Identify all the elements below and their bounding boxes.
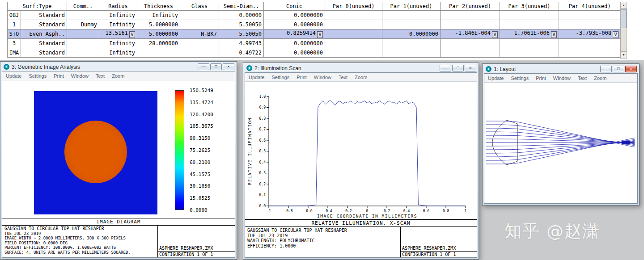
cell-semi[interactable]: 4.99743 [219, 39, 264, 48]
cell-par2[interactable]: -1.846E-004V [441, 29, 500, 39]
cell-thickness[interactable]: - [137, 48, 180, 58]
close-button[interactable]: × [625, 66, 637, 72]
cell-par4[interactable] [559, 11, 621, 20]
cell-conic[interactable]: 0.0000000 [264, 20, 325, 29]
menu-settings[interactable]: Settings [25, 72, 50, 80]
menu-text[interactable]: Text [574, 75, 590, 82]
cell-semi[interactable]: 0.00000 [219, 11, 264, 20]
cell-par4[interactable] [559, 39, 621, 48]
row-label[interactable]: OBJ [8, 11, 21, 20]
cell-par0[interactable] [325, 11, 382, 20]
menu-text[interactable]: Text [92, 72, 108, 80]
lde-vertical-scrollbar[interactable]: ▲ ▼ [620, 2, 627, 59]
scroll-thumb[interactable] [621, 9, 627, 28]
cell-glass[interactable] [180, 11, 219, 20]
cell-semi[interactable]: 5.50050 [219, 29, 264, 39]
row-label[interactable]: IMA [8, 48, 21, 58]
cell-par3[interactable] [500, 48, 559, 58]
cell-thickness[interactable]: 5.0000000 [137, 20, 180, 29]
menu-update[interactable]: Update [484, 75, 507, 82]
menu-window[interactable]: Window [68, 72, 92, 80]
menu-zoom[interactable]: Zoom [351, 74, 371, 81]
close-button[interactable]: × [465, 65, 476, 71]
menu-update[interactable]: Update [245, 74, 268, 81]
row-label[interactable]: STO [8, 29, 21, 39]
titlebar[interactable]: 3: Geometric Image Analysis — □ × [2, 62, 235, 71]
menu-zoom[interactable]: Zoom [590, 75, 610, 82]
variable-solve-flag[interactable]: V [492, 31, 498, 38]
cell-par4[interactable]: -3.793E-008V [559, 29, 621, 39]
cell-type[interactable]: Standard [21, 11, 67, 20]
cell-par1[interactable] [382, 48, 441, 58]
menu-print[interactable]: Print [293, 74, 310, 81]
cell-conic[interactable]: 0.0000000 [264, 48, 325, 58]
scroll-up-button[interactable]: ▲ [621, 2, 627, 9]
cell-par0[interactable] [325, 39, 382, 48]
cell-par1[interactable] [382, 20, 441, 29]
cell-glass[interactable] [180, 20, 219, 29]
cell-comm[interactable] [67, 39, 99, 48]
menu-window[interactable]: Window [550, 75, 574, 82]
cell-glass[interactable]: N-BK7 [180, 29, 219, 39]
titlebar[interactable]: 2: Illumination Scan — □ × [245, 63, 477, 72]
cell-par4[interactable] [559, 48, 621, 58]
maximize-button[interactable]: □ [452, 65, 464, 71]
cell-conic[interactable]: 0.0000000 [264, 11, 325, 20]
cell-thickness[interactable]: Infinity [137, 11, 180, 20]
cell-comm[interactable] [67, 29, 99, 39]
cell-comm[interactable] [67, 48, 99, 58]
cell-par3[interactable] [500, 11, 559, 20]
cell-glass[interactable] [180, 39, 219, 48]
cell-type[interactable]: Standard [21, 48, 67, 58]
cell-par0[interactable] [325, 29, 382, 39]
scroll-down-button[interactable]: ▼ [621, 51, 627, 58]
cell-par0[interactable] [325, 20, 382, 29]
cell-par2[interactable] [441, 39, 500, 48]
cell-par3[interactable]: 1.7061E-006V [500, 29, 559, 39]
maximize-button[interactable]: □ [210, 63, 222, 70]
menu-zoom[interactable]: Zoom [108, 72, 128, 80]
cell-conic[interactable]: 0.8259414V [264, 29, 325, 39]
cell-radius[interactable]: 13.5161V [99, 29, 137, 39]
row-label[interactable]: 3 [8, 39, 21, 48]
cell-par2[interactable] [441, 20, 500, 29]
cell-comm[interactable]: Dummy [67, 20, 99, 29]
menu-print[interactable]: Print [50, 72, 68, 80]
cell-par1[interactable]: 0.0000000 [382, 29, 441, 39]
cell-par2[interactable] [441, 48, 500, 58]
menu-window[interactable]: Window [310, 74, 335, 81]
titlebar[interactable]: 1: Layout — □ × [484, 64, 638, 73]
menu-update[interactable]: Update [2, 72, 25, 80]
cell-semi[interactable]: 5.50050 [219, 20, 264, 29]
minimize-button[interactable]: — [440, 65, 451, 71]
cell-radius[interactable]: Infinity [99, 11, 137, 20]
cell-par3[interactable] [500, 39, 559, 48]
cell-par0[interactable] [325, 48, 382, 58]
cell-thickness[interactable]: 28.000000 [137, 39, 180, 48]
maximize-button[interactable]: □ [613, 66, 624, 72]
menu-print[interactable]: Print [532, 75, 550, 82]
menu-text[interactable]: Text [335, 74, 351, 81]
variable-solve-flag[interactable]: V [129, 31, 135, 38]
cell-par2[interactable] [441, 11, 500, 20]
variable-solve-flag[interactable]: V [551, 31, 557, 38]
cell-comm[interactable] [67, 11, 99, 20]
cell-glass[interactable] [180, 48, 219, 58]
cell-radius[interactable]: Infinity [99, 20, 137, 29]
minimize-button[interactable]: — [198, 63, 209, 70]
cell-type[interactable]: Standard [21, 20, 67, 29]
minimize-button[interactable]: — [600, 66, 612, 72]
cell-radius[interactable]: Infinity [99, 39, 137, 48]
cell-type[interactable]: Even Asph.. [21, 29, 67, 39]
cell-par1[interactable] [382, 11, 441, 20]
cell-par1[interactable] [382, 39, 441, 48]
cell-radius[interactable]: Infinity [99, 48, 137, 58]
menu-settings[interactable]: Settings [507, 75, 532, 82]
row-label[interactable]: 1 [8, 20, 21, 29]
cell-par3[interactable] [500, 20, 559, 29]
cell-type[interactable]: Standard [21, 39, 67, 48]
menu-settings[interactable]: Settings [268, 74, 293, 81]
cell-par4[interactable] [559, 20, 621, 29]
close-button[interactable]: × [223, 63, 234, 70]
variable-solve-flag[interactable]: V [613, 31, 619, 38]
